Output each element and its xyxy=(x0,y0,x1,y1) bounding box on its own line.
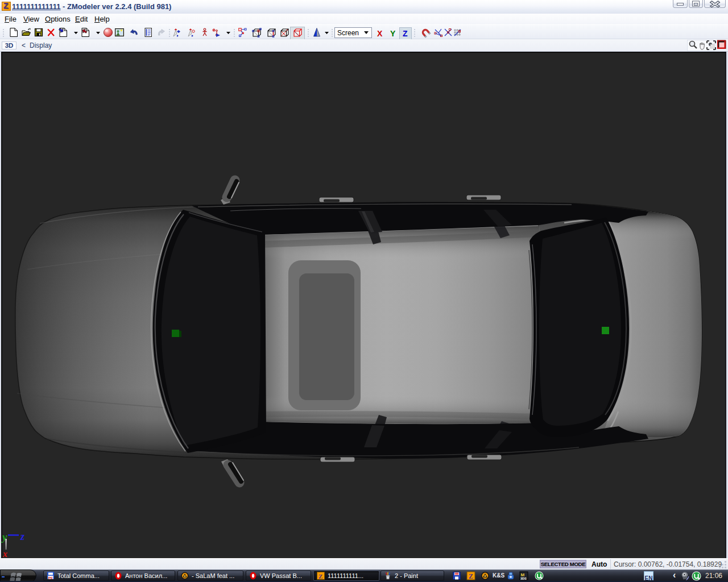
svg-text:Y: Y xyxy=(390,29,396,38)
svg-text:X: X xyxy=(377,29,383,38)
svg-text:z: z xyxy=(20,531,24,542)
svg-text:Z: Z xyxy=(469,572,473,580)
svg-text:Z: Z xyxy=(318,573,322,580)
svg-text:x: x xyxy=(2,549,7,558)
svg-text:Z: Z xyxy=(403,29,408,38)
svg-text:PE: PE xyxy=(48,576,53,580)
svg-text:3DS: 3DS xyxy=(520,577,527,580)
